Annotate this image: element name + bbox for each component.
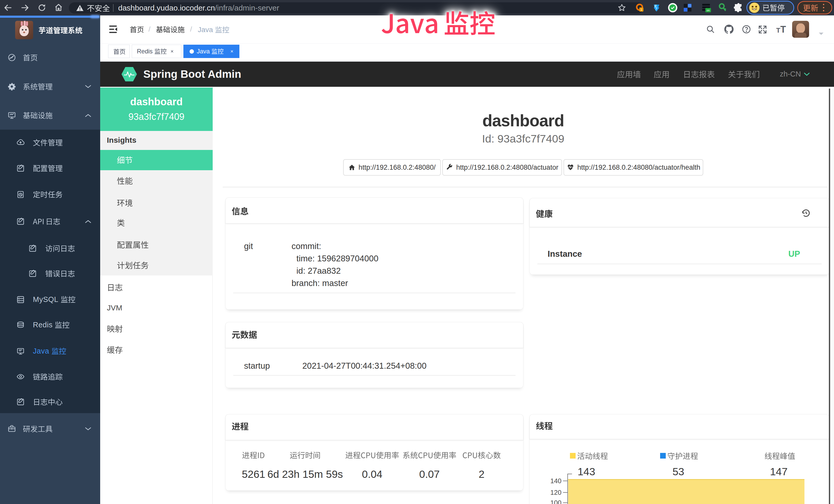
svg-text:1: 1	[640, 8, 642, 12]
svg-text:on: on	[707, 9, 710, 12]
